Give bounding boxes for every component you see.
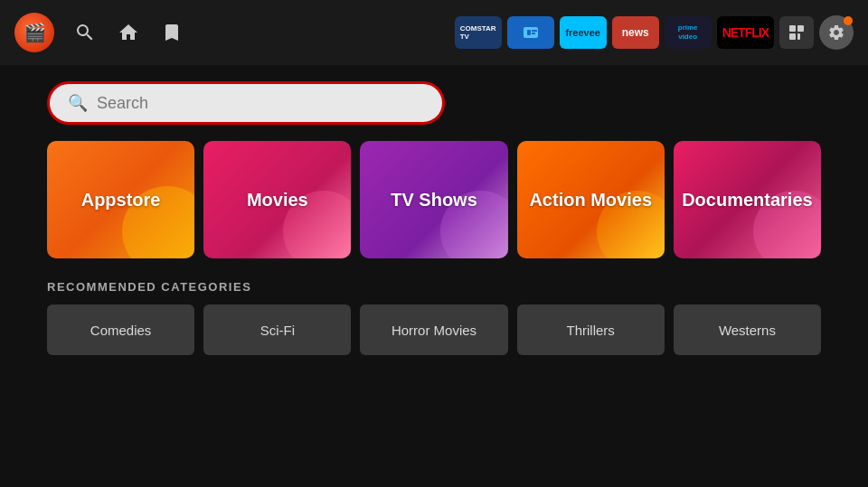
search-nav-icon[interactable]	[72, 20, 98, 45]
rec-tile-horror[interactable]: Horror Movies	[360, 304, 507, 355]
top-navigation: 🎬 COMSTARTV freevee news primevideo NETF…	[0, 0, 868, 65]
rec-horror-label: Horror Movies	[392, 323, 476, 338]
rec-tile-thrillers[interactable]: Thrillers	[517, 304, 665, 355]
recommended-grid: Comedies Sci-Fi Horror Movies Thrillers …	[47, 304, 821, 355]
svg-rect-2	[532, 30, 537, 32]
tile-movies[interactable]: Movies	[203, 141, 351, 258]
settings-icon[interactable]	[819, 15, 854, 50]
tile-documentaries[interactable]: Documentaries	[674, 141, 821, 258]
recommended-title: RECOMMENDED CATEGORIES	[47, 280, 821, 294]
avatar[interactable]: 🎬	[14, 13, 54, 52]
rec-tile-comedies[interactable]: Comedies	[47, 304, 194, 355]
rec-tile-scifi[interactable]: Sci-Fi	[203, 304, 351, 355]
tile-tvshows[interactable]: TV Shows	[360, 141, 507, 258]
bookmark-icon[interactable]	[159, 20, 184, 45]
svg-rect-1	[527, 30, 531, 35]
tile-appstore[interactable]: Appstore	[47, 141, 194, 258]
tile-movies-label: Movies	[247, 190, 308, 211]
recommended-section: RECOMMENDED CATEGORIES Comedies Sci-Fi H…	[0, 280, 868, 355]
rec-westerns-label: Westerns	[719, 323, 776, 338]
rec-thrillers-label: Thrillers	[567, 323, 615, 338]
search-icon: 🔍	[68, 93, 88, 113]
channel-news[interactable]: news	[612, 16, 659, 49]
rec-comedies-label: Comedies	[90, 323, 152, 338]
svg-rect-4	[789, 25, 796, 32]
tile-action-movies[interactable]: Action Movies	[517, 141, 665, 258]
category-tiles-section: Appstore Movies TV Shows Action Movies D…	[0, 141, 868, 258]
grid-icon[interactable]	[779, 16, 814, 49]
svg-rect-5	[797, 25, 804, 32]
tile-action-label: Action Movies	[529, 190, 652, 211]
home-icon[interactable]	[116, 20, 141, 45]
nav-left-icons: 🎬	[14, 13, 184, 52]
svg-rect-7	[797, 33, 800, 40]
rec-tile-westerns[interactable]: Westerns	[674, 304, 821, 355]
tile-docs-label: Documentaries	[682, 190, 813, 211]
search-section: 🔍 Search	[0, 65, 868, 141]
channel-comstar[interactable]: COMSTARTV	[455, 16, 502, 49]
notification-dot	[844, 16, 853, 25]
search-box[interactable]: 🔍 Search	[47, 81, 445, 125]
tiles-grid: Appstore Movies TV Shows Action Movies D…	[47, 141, 821, 258]
tile-tvshows-label: TV Shows	[391, 190, 477, 211]
search-placeholder: Search	[97, 94, 148, 113]
rec-scifi-label: Sci-Fi	[260, 323, 295, 338]
channel-prime[interactable]: primevideo	[665, 16, 712, 49]
channel-iptv[interactable]	[507, 16, 554, 49]
channel-netflix[interactable]: NETFLIX	[717, 16, 774, 49]
svg-rect-3	[532, 33, 535, 34]
nav-right-channels: COMSTARTV freevee news primevideo NETFLI…	[455, 15, 854, 50]
channel-freevee[interactable]: freevee	[560, 16, 607, 49]
svg-rect-6	[789, 33, 796, 40]
tile-appstore-label: Appstore	[81, 190, 161, 211]
